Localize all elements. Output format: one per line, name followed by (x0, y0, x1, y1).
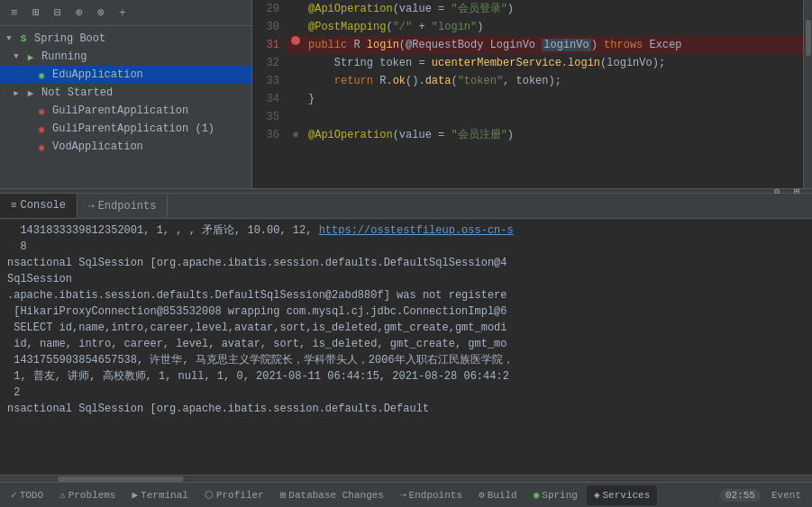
guli-parent-1-icon: ◉ (34, 122, 49, 136)
console-content[interactable]: 1431833339812352001, 1, , , 矛盾论, 10.00, … (0, 219, 812, 475)
console-line-9: id, name, intro, career, level, avatar, … (7, 336, 805, 352)
line-num-29: 29 (252, 0, 287, 18)
bottom-toolbar: ✓ TODO ⚠ Problems ▶ Terminal ⬡ Profiler … (0, 482, 812, 507)
console-line-13: nsactional SqlSession [org.apache.ibatis… (7, 401, 805, 417)
console-line-6: [HikariProxyConnection@853532008 wrappin… (7, 303, 805, 320)
todo-icon: ✓ (11, 489, 17, 501)
console-scroll-thumb (58, 476, 184, 482)
sidebar-add-btn[interactable]: + (114, 4, 132, 22)
sidebar-item-guli-parent-1[interactable]: ▶ ◉ GuliParentApplication (1) (0, 120, 251, 138)
gutter-36: ◉ (287, 126, 305, 144)
line-num-35: 35 (252, 108, 287, 126)
console-line-2: 8 (7, 239, 805, 255)
endpoints-tab-label: Endpoints (98, 200, 157, 213)
console-line-11: 1, 普友, 讲师, 高校教师, 1, null, 1, 0, 2021-08-… (7, 368, 805, 385)
code-line-32: 32 String token = ucenterMemberService.l… (252, 54, 803, 72)
endpoints-bottom-label: Endpoints (409, 490, 462, 501)
bottom-tab-build[interactable]: ⚙ Build (471, 485, 525, 505)
console-tab-label: Console (21, 199, 66, 212)
sidebar-item-running[interactable]: ▼ ▶ Running (0, 48, 251, 66)
build-icon: ⚙ (479, 489, 485, 501)
endpoints-bottom-icon: ⇢ (400, 489, 406, 501)
line-num-36: 36 (252, 126, 287, 144)
edu-app-icon: ◉ (34, 68, 49, 82)
console-line-7: SELECT id,name,intro,career,level,avatar… (7, 320, 805, 336)
sidebar-content: ▼ S Spring Boot ▼ ▶ Running ▶ ◉ EduAppli… (0, 26, 251, 188)
bottom-tab-problems[interactable]: ⚠ Problems (52, 485, 123, 505)
todo-label: TODO (20, 490, 43, 501)
gutter-31 (287, 36, 305, 45)
not-started-arrow: ▶ (11, 87, 22, 98)
sidebar-item-not-started[interactable]: ▶ ▶ Not Started (0, 84, 251, 102)
code-right-scrollbar[interactable] (803, 0, 812, 188)
sidebar-collapse-btn[interactable]: ≡ (5, 4, 23, 22)
not-started-icon: ▶ (23, 86, 38, 100)
console-link-1[interactable]: https://osstestfileup.oss-cn-s (319, 224, 514, 237)
terminal-icon: ▶ (132, 489, 138, 501)
console-tab-console[interactable]: ≡ Console (0, 194, 78, 218)
guli-parent-1-label: GuliParentApplication (1) (52, 122, 214, 135)
problems-label: Problems (68, 490, 116, 501)
services-icon: ◈ (594, 489, 600, 501)
console-scrollbar[interactable] (0, 475, 812, 482)
vod-app-label: VodApplication (52, 140, 143, 153)
line-num-31: 31 (252, 36, 287, 54)
db-changes-label: Database Changes (288, 490, 384, 501)
bottom-right-area: 02:55 Event (720, 485, 808, 505)
sidebar-layout-btn[interactable]: ⊞ (27, 4, 45, 22)
line-content-30: @PostMapping("/" + "login") (305, 18, 803, 36)
bottom-tab-todo[interactable]: ✓ TODO (4, 485, 50, 505)
code-panel: 29 @ApiOperation(value = "会员登录") 30 @Pos… (252, 0, 803, 188)
console-line-4: SqlSession (7, 271, 805, 287)
line-num-34: 34 (252, 90, 287, 108)
code-line-30: 30 @PostMapping("/" + "login") (252, 18, 803, 36)
profiler-label: Profiler (216, 490, 264, 501)
console-line-3: nsactional SqlSession [org.apache.ibatis… (7, 255, 805, 271)
code-line-31: 31 public R login(@RequestBody LoginVo l… (252, 36, 803, 54)
code-line-35: 35 (252, 108, 803, 126)
sidebar-sort-btn[interactable]: ⊗ (92, 4, 110, 22)
db-changes-icon: ⊞ (280, 489, 287, 501)
profiler-icon: ⬡ (205, 489, 214, 501)
bottom-tab-profiler[interactable]: ⬡ Profiler (197, 485, 271, 505)
line-content-34: } (305, 90, 803, 108)
build-label: Build (488, 490, 517, 501)
guli-parent-icon: ◉ (34, 104, 49, 118)
sidebar-toolbar: ≡ ⊞ ⊟ ⊕ ⊗ + (0, 0, 251, 26)
sidebar-item-edu-application[interactable]: ▶ ◉ EduApplication (0, 66, 251, 84)
code-line-29: 29 @ApiOperation(value = "会员登录") (252, 0, 803, 18)
spring-boot-icon: S (16, 32, 31, 46)
spring-label: Spring (542, 490, 578, 501)
line-content-32: String token = ucenterMemberService.logi… (305, 54, 803, 72)
console-panel: ≡ Console ⇢ Endpoints 143183333981235200… (0, 194, 812, 482)
bottom-tab-terminal[interactable]: ▶ Terminal (124, 485, 195, 505)
running-arrow: ▼ (11, 51, 22, 62)
console-line-10: 1431755903854657538, 许世华, 马克思主义学院院长，学科带头… (7, 352, 805, 368)
sidebar-filter-btn[interactable]: ⊟ (49, 4, 67, 22)
terminal-label: Terminal (141, 490, 188, 501)
breakpoint-dot-31 (291, 36, 300, 45)
bottom-tab-endpoints[interactable]: ⇢ Endpoints (393, 485, 470, 505)
code-scroll-thumb (806, 20, 811, 56)
problems-icon: ⚠ (59, 489, 66, 501)
console-tab-endpoints[interactable]: ⇢ Endpoints (78, 194, 168, 218)
bottom-tab-spring[interactable]: ◉ Spring (526, 485, 585, 505)
bottom-tab-event[interactable]: Event (764, 485, 808, 505)
code-line-33: 33 return R.ok().data("token", token); (252, 72, 803, 90)
bottom-tab-services[interactable]: ◈ Services (587, 485, 657, 505)
sidebar-item-guli-parent[interactable]: ▶ ◉ GuliParentApplication (0, 102, 251, 120)
endpoints-icon: ⇢ (88, 200, 95, 212)
console-icon: ≡ (11, 200, 17, 211)
bottom-tab-db-changes[interactable]: ⊞ Database Changes (273, 485, 391, 505)
spring-boot-label: Spring Boot (34, 32, 105, 45)
console-line-12: 2 (7, 385, 805, 401)
sidebar-item-vod-app[interactable]: ▶ ◉ VodApplication (0, 138, 251, 156)
running-icon: ▶ (23, 50, 38, 64)
sidebar-item-spring-boot[interactable]: ▼ S Spring Boot (0, 30, 251, 48)
line-content-29: @ApiOperation(value = "会员登录") (305, 0, 803, 18)
code-lines: 29 @ApiOperation(value = "会员登录") 30 @Pos… (252, 0, 803, 188)
sidebar-group-btn[interactable]: ⊕ (70, 4, 88, 22)
services-label: Services (603, 490, 651, 501)
line-num-32: 32 (252, 54, 287, 72)
time-badge: 02:55 (720, 489, 761, 502)
